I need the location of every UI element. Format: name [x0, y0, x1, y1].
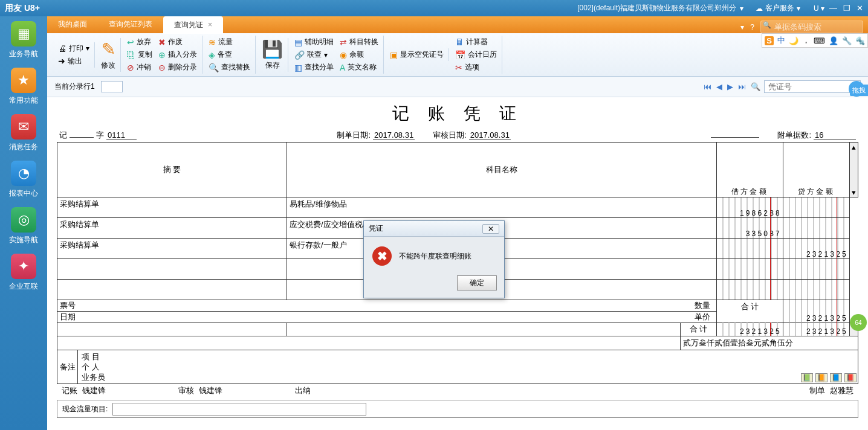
status-icon-4[interactable]: 📕: [844, 373, 857, 382]
tab-close-icon[interactable]: ×: [208, 21, 212, 29]
ime-indicator: S 中 🌙 ， ⌨ 👤 🔧 🔩: [762, 33, 868, 48]
modify-button[interactable]: ✎修改: [101, 39, 115, 71]
sign-zd-value: 赵雅慧: [830, 385, 853, 396]
remarks-section: 备注 项 目 个 人 业务员 📗 📙 📘 📕: [57, 350, 858, 384]
org-name: [002](default)福建贝斯顿物业服务有限公司郑州分: [577, 3, 736, 13]
sogou-icon: S: [765, 36, 774, 45]
calendar-button[interactable]: 📅会计日历: [455, 50, 497, 60]
ime-wrench-icon[interactable]: 🔩: [855, 36, 865, 45]
error-icon: ✖: [372, 246, 392, 266]
cashflow-input[interactable]: [112, 403, 366, 416]
last-record-icon[interactable]: ⏭: [737, 82, 747, 91]
subject-convert-button[interactable]: ⇄科目转换: [340, 37, 378, 47]
find-replace-button[interactable]: 🔍查找替换: [209, 62, 250, 72]
flow-button[interactable]: ≋流量: [209, 37, 250, 47]
status-icon-3[interactable]: 📘: [830, 373, 842, 382]
voucher-num-input[interactable]: [764, 80, 861, 93]
next-record-icon[interactable]: ▶: [726, 82, 734, 91]
tab-voucher-query[interactable]: 查询凭证×: [163, 16, 223, 34]
status-icon-2[interactable]: 📙: [815, 373, 828, 382]
link-query-button[interactable]: 🔗联查 ▾: [294, 50, 334, 60]
scrollbar[interactable]: ▴▾: [850, 143, 858, 197]
nav-common[interactable]: ★常用功能: [9, 68, 38, 106]
backup-button[interactable]: ◈备查: [209, 50, 250, 60]
status-icon-1[interactable]: 📗: [801, 373, 813, 382]
error-dialog: 凭证✕ ✖ 不能跨年度联查明细账 确定: [363, 220, 505, 298]
toolbar: 🖨打印 ▾ ➜输出 ✎修改 ↩放弃 ⿻复制 ⊘冲销 ✖作废 ⊕插入分录 ⊖删除分…: [47, 33, 868, 77]
close-icon[interactable]: ✕: [857, 4, 863, 13]
help-icon[interactable]: ?: [750, 23, 754, 31]
titlebar: 用友 U8+ [002](default)福建贝斯顿物业服务有限公司郑州分 ▾ …: [0, 0, 868, 16]
sign-sh-value: 钱建锋: [199, 385, 222, 396]
nav-business[interactable]: ▦业务导航: [9, 21, 38, 59]
dialog-ok-button[interactable]: 确定: [457, 275, 497, 290]
table-row[interactable]: 采购结算单易耗品/维修物品 1986288: [57, 197, 858, 218]
nav-impl[interactable]: ◎实施导航: [9, 207, 38, 245]
u-menu[interactable]: U ▾: [814, 4, 824, 13]
audit-date: 2017.08.31: [469, 130, 511, 140]
writeoff-button[interactable]: ⊘冲销: [127, 62, 152, 72]
tab-voucher-list[interactable]: 查询凭证列表: [98, 16, 163, 33]
calculator-button[interactable]: 🖩计算器: [455, 37, 497, 47]
chinese-amount: 贰万叁仟贰佰壹拾叁元贰角伍分: [681, 336, 858, 350]
col-credit: 贷方金额: [783, 143, 850, 197]
ime-tool-icon[interactable]: 🔧: [842, 36, 852, 45]
prev-record-icon[interactable]: ◀: [715, 82, 724, 91]
ime-moon-icon[interactable]: 🌙: [789, 36, 798, 45]
drag-handle[interactable]: 拖拽: [850, 85, 868, 96]
balance-button[interactable]: ◉余额: [340, 50, 378, 60]
output-button[interactable]: ➜输出: [58, 56, 89, 66]
sign-jz-value: 钱建锋: [82, 385, 106, 396]
tab-desktop[interactable]: 我的桌面: [47, 16, 98, 33]
float-badge[interactable]: 64: [850, 314, 867, 331]
cashflow-row: 现金流量项目:: [57, 400, 858, 418]
dialog-message: 不能跨年度联查明细账: [399, 251, 471, 262]
voucher-title: 记 账 凭 证: [57, 102, 858, 125]
col-subject: 科目名称: [287, 143, 717, 197]
abandon-button[interactable]: ↩放弃: [127, 37, 152, 47]
ime-keyboard-icon[interactable]: ⌨: [814, 36, 825, 45]
nav-enterprise[interactable]: ✦企业互联: [9, 254, 38, 292]
col-debit: 借方金额: [717, 143, 783, 197]
minimize-icon[interactable]: —: [829, 4, 837, 13]
copy-button[interactable]: ⿻复制: [127, 50, 152, 60]
window-buttons: — ❐ ✕: [829, 4, 863, 13]
search-input[interactable]: [760, 21, 863, 33]
void-button[interactable]: ✖作废: [158, 37, 197, 47]
aux-detail-button[interactable]: ▤辅助明细: [294, 37, 334, 47]
delete-entry-button[interactable]: ⊖删除分录: [158, 62, 197, 72]
find-split-button[interactable]: ▥查找分单: [294, 62, 334, 72]
show-empty-button[interactable]: ▣显示空凭证号: [390, 50, 444, 60]
nav-reports[interactable]: ◔报表中心: [9, 161, 38, 199]
restore-icon[interactable]: ❐: [843, 4, 850, 13]
insert-entry-button[interactable]: ⊕插入分录: [158, 50, 197, 60]
attach-count: 16: [814, 130, 856, 140]
nav-row: 当前分录行1 ⏮ ◀ ▶ ⏭ 🔍: [47, 77, 868, 97]
dialog-close-icon[interactable]: ✕: [482, 224, 499, 234]
customer-service[interactable]: ☁ 客户服务▾: [756, 3, 800, 13]
voucher-search-icon[interactable]: 🔍: [750, 82, 762, 91]
nav-messages[interactable]: ✉消息任务: [9, 114, 38, 152]
voucher-number: 0111: [106, 130, 137, 140]
total-debit: 2321325: [717, 322, 783, 336]
dropdown-icon[interactable]: ▾: [740, 4, 743, 13]
tab-bar: 我的桌面 查询凭证列表 查询凭证× ▾ ?: [47, 16, 868, 33]
ime-comma-icon[interactable]: ，: [802, 35, 810, 46]
current-entry-input[interactable]: [101, 81, 123, 92]
ime-lang[interactable]: 中: [777, 35, 785, 46]
english-name-button[interactable]: A英文名称: [340, 62, 378, 72]
tab-menu-icon[interactable]: ▾: [740, 23, 744, 31]
print-button[interactable]: 🖨打印 ▾: [58, 43, 89, 54]
save-button[interactable]: 💾保存: [262, 39, 283, 71]
ime-person-icon[interactable]: 👤: [829, 36, 838, 45]
make-date: 2017.08.31: [373, 130, 415, 140]
signature-row: 记账钱建锋 审核钱建锋 出纳 制单赵雅慧: [57, 384, 858, 397]
first-record-icon[interactable]: ⏮: [702, 82, 713, 91]
current-entry-label: 当前分录行1: [54, 82, 95, 92]
options-button[interactable]: ✂选项: [455, 62, 497, 72]
left-nav: ▦业务导航 ★常用功能 ✉消息任务 ◔报表中心 ◎实施导航 ✦企业互联: [0, 16, 47, 430]
dialog-title: 凭证: [369, 223, 383, 234]
total-credit: 2321325: [783, 322, 850, 336]
sum-debit: 2321325: [783, 300, 850, 323]
col-abstract: 摘 要: [57, 143, 287, 197]
